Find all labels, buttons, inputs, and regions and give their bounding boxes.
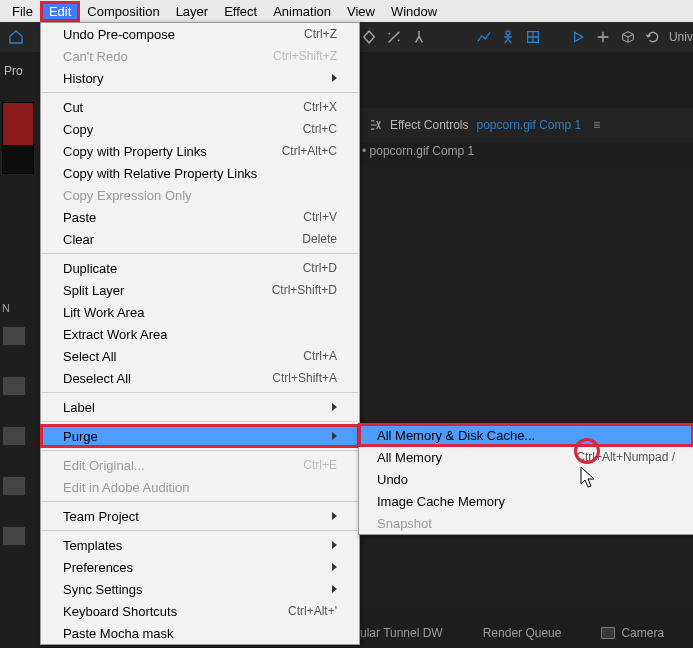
project-thumbnail[interactable]	[2, 102, 34, 174]
comp2-icon[interactable]	[2, 476, 26, 496]
menu-file[interactable]: File	[4, 2, 41, 21]
universal-label: Univ	[669, 30, 693, 44]
submenuitem-all-memory-disk-cache-[interactable]: All Memory & Disk Cache...	[359, 424, 693, 446]
svg-point-0	[506, 31, 510, 35]
tab-camera[interactable]: Camera	[601, 626, 664, 640]
pin-icon[interactable]	[406, 24, 431, 50]
home-icon[interactable]	[4, 24, 29, 50]
project-label: Pro	[4, 64, 23, 78]
menuitem-deselect-all[interactable]: Deselect AllCtrl+Shift+A	[41, 367, 359, 389]
effect-controls-breadcrumb: • popcorn.gif Comp 1	[362, 144, 474, 158]
menuitem-clear[interactable]: ClearDelete	[41, 228, 359, 250]
play-icon[interactable]	[566, 24, 591, 50]
menuitem-team-project[interactable]: Team Project	[41, 505, 359, 527]
graph-line-icon[interactable]	[471, 24, 496, 50]
tab-camera-label: Camera	[621, 626, 664, 640]
menuitem-paste[interactable]: PasteCtrl+V	[41, 206, 359, 228]
keyframe-icon[interactable]	[357, 24, 382, 50]
wand-icon[interactable]	[382, 24, 407, 50]
menuitem-copy-with-property-links[interactable]: Copy with Property LinksCtrl+Alt+C	[41, 140, 359, 162]
menuitem-purge[interactable]: Purge	[41, 425, 359, 447]
submenuitem-image-cache-memory[interactable]: Image Cache Memory	[359, 490, 693, 512]
menu-effect[interactable]: Effect	[216, 2, 265, 21]
menuitem-extract-work-area[interactable]: Extract Work Area	[41, 323, 359, 345]
puppet-icon[interactable]	[496, 24, 521, 50]
menu-view[interactable]: View	[339, 2, 383, 21]
menuitem-copy-with-relative-property-links[interactable]: Copy with Relative Property Links	[41, 162, 359, 184]
menuitem-templates[interactable]: Templates	[41, 534, 359, 556]
solid-icon[interactable]	[2, 526, 26, 546]
menuitem-history[interactable]: History	[41, 67, 359, 89]
folder-icon[interactable]	[2, 376, 26, 396]
submenuitem-snapshot: Snapshot	[359, 512, 693, 534]
refresh-icon[interactable]	[640, 24, 665, 50]
menu-animation[interactable]: Animation	[265, 2, 339, 21]
composition-viewer[interactable]	[360, 162, 693, 608]
menuitem-edit-original-: Edit Original...Ctrl+E	[41, 454, 359, 476]
menuitem-paste-mocha-mask[interactable]: Paste Mocha mask	[41, 622, 359, 644]
add-icon[interactable]	[591, 24, 616, 50]
menuitem-copy[interactable]: CopyCtrl+C	[41, 118, 359, 140]
menu-edit[interactable]: Edit	[41, 2, 79, 21]
tab-tunnel[interactable]: ular Tunnel DW	[360, 626, 443, 640]
purge-submenu: All Memory & Disk Cache...All MemoryCtrl…	[358, 423, 693, 535]
comp-icon[interactable]	[2, 426, 26, 446]
menuitem-keyboard-shortcuts[interactable]: Keyboard ShortcutsCtrl+Alt+'	[41, 600, 359, 622]
menubar: File Edit Composition Layer Effect Anima…	[0, 0, 693, 22]
effect-controls-header: Effect Controls popcorn.gif Comp 1 ≡	[360, 108, 693, 142]
menuitem-cut[interactable]: CutCtrl+X	[41, 96, 359, 118]
name-column-hint: N	[2, 302, 26, 314]
menuitem-sync-settings[interactable]: Sync Settings	[41, 578, 359, 600]
effect-controls-link[interactable]: popcorn.gif Comp 1	[476, 118, 581, 132]
menuitem-lift-work-area[interactable]: Lift Work Area	[41, 301, 359, 323]
camera-icon	[601, 627, 615, 639]
menuitem-preferences[interactable]: Preferences	[41, 556, 359, 578]
menuitem-duplicate[interactable]: DuplicateCtrl+D	[41, 257, 359, 279]
fx-icon	[368, 118, 382, 132]
tab-render-queue[interactable]: Render Queue	[483, 626, 562, 640]
menuitem-select-all[interactable]: Select AllCtrl+A	[41, 345, 359, 367]
submenuitem-all-memory[interactable]: All MemoryCtrl+Alt+Numpad /	[359, 446, 693, 468]
menuitem-copy-expression-only: Copy Expression Only	[41, 184, 359, 206]
menu-layer[interactable]: Layer	[168, 2, 217, 21]
menuitem-can-t-redo: Can't RedoCtrl+Shift+Z	[41, 45, 359, 67]
menuitem-label[interactable]: Label	[41, 396, 359, 418]
cube-icon[interactable]	[615, 24, 640, 50]
submenuitem-undo[interactable]: Undo	[359, 468, 693, 490]
edit-dropdown: Undo Pre-composeCtrl+ZCan't RedoCtrl+Shi…	[40, 22, 360, 645]
footage-icon[interactable]	[2, 326, 26, 346]
menuitem-edit-in-adobe-audition: Edit in Adobe Audition	[41, 476, 359, 498]
mesh-icon[interactable]	[521, 24, 546, 50]
menu-window[interactable]: Window	[383, 2, 445, 21]
panel-menu-icon[interactable]: ≡	[593, 118, 600, 132]
menuitem-split-layer[interactable]: Split LayerCtrl+Shift+D	[41, 279, 359, 301]
menu-composition[interactable]: Composition	[79, 2, 167, 21]
effect-controls-title: Effect Controls	[390, 118, 468, 132]
menuitem-undo-pre-compose[interactable]: Undo Pre-composeCtrl+Z	[41, 23, 359, 45]
